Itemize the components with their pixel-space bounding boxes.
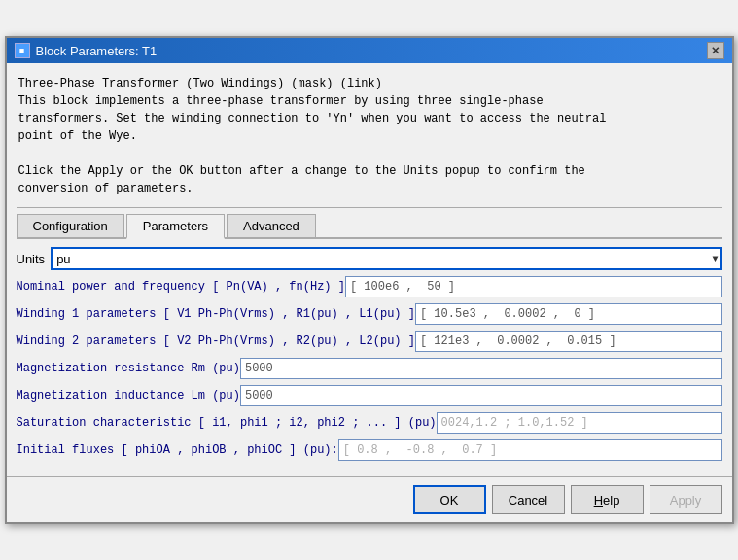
tab-advanced[interactable]: Advanced: [227, 214, 316, 237]
description-line4: point of the Wye.: [18, 127, 720, 145]
description-box: Three-Phase Transformer (Two Windings) (…: [17, 71, 722, 201]
param-label-nominal: Nominal power and frequency [ Pn(VA) , f…: [17, 280, 345, 294]
param-row-sat: Saturation characteristic [ i1, phi1 ; i…: [17, 412, 722, 434]
units-label: Units: [17, 252, 46, 266]
param-input-winding2[interactable]: [415, 331, 722, 352]
cancel-label: Cancel: [509, 493, 547, 508]
description-line7: conversion of parameters.: [18, 180, 720, 197]
param-input-lm[interactable]: [240, 385, 722, 406]
param-input-rm[interactable]: [240, 358, 722, 379]
units-select[interactable]: pu SI: [51, 247, 721, 270]
description-line5: [18, 145, 720, 162]
apply-label: Apply: [670, 493, 702, 508]
param-label-lm: Magnetization inductance Lm (pu): [17, 389, 240, 402]
apply-button[interactable]: Apply: [650, 485, 722, 514]
separator: [17, 207, 722, 208]
param-label-rm: Magnetization resistance Rm (pu): [17, 362, 240, 375]
param-row-lm: Magnetization inductance Lm (pu): [17, 385, 722, 406]
param-row-nominal: Nominal power and frequency [ Pn(VA) , f…: [17, 276, 722, 298]
dialog-window: ■ Block Parameters: T1 ✕ Three-Phase Tra…: [5, 36, 734, 524]
title-bar-left: ■ Block Parameters: T1: [15, 43, 158, 58]
parameters-area: Units pu SI ▼ Nominal power and frequenc…: [17, 245, 722, 469]
param-input-flux[interactable]: [338, 439, 722, 461]
units-row: Units pu SI ▼: [17, 247, 722, 270]
window-title: Block Parameters: T1: [36, 44, 158, 58]
param-label-flux: Initial fluxes [ phiOA , phiOB , phiOC ]…: [17, 443, 338, 457]
param-input-nominal[interactable]: [345, 276, 722, 298]
close-button[interactable]: ✕: [707, 42, 724, 59]
ok-label: OK: [440, 493, 459, 508]
param-input-sat[interactable]: [437, 412, 722, 434]
units-select-wrapper[interactable]: pu SI ▼: [51, 247, 721, 270]
help-label: Help: [594, 493, 620, 508]
help-button[interactable]: Help: [571, 485, 644, 514]
description-line1: Three-Phase Transformer (Two Windings) (…: [18, 75, 720, 92]
cancel-button[interactable]: Cancel: [492, 485, 565, 514]
tab-parameters[interactable]: Parameters: [126, 214, 225, 239]
param-row-rm: Magnetization resistance Rm (pu): [17, 358, 722, 379]
param-row-winding2: Winding 2 parameters [ V2 Ph-Ph(Vrms) , …: [17, 331, 722, 352]
param-input-winding1[interactable]: [415, 303, 722, 325]
title-bar: ■ Block Parameters: T1 ✕: [7, 38, 732, 63]
description-line2: This block implements a three-phase tran…: [18, 92, 720, 110]
window-icon: ■: [15, 43, 30, 58]
dialog-content: Three-Phase Transformer (Two Windings) (…: [7, 63, 732, 472]
param-row-flux: Initial fluxes [ phiOA , phiOB , phiOC ]…: [17, 439, 722, 461]
param-row-winding1: Winding 1 parameters [ V1 Ph-Ph(Vrms) , …: [17, 303, 722, 325]
param-label-winding2: Winding 2 parameters [ V2 Ph-Ph(Vrms) , …: [17, 334, 415, 348]
tab-bar: Configuration Parameters Advanced: [17, 214, 722, 239]
description-line6: Click the Apply or the OK button after a…: [18, 162, 720, 180]
description-line3: transformers. Set the winding connection…: [18, 110, 720, 127]
ok-button[interactable]: OK: [413, 485, 486, 514]
param-label-sat: Saturation characteristic [ i1, phi1 ; i…: [17, 416, 437, 430]
param-label-winding1: Winding 1 parameters [ V1 Ph-Ph(Vrms) , …: [17, 307, 415, 321]
dialog-footer: OK Cancel Help Apply: [7, 476, 732, 522]
tab-configuration[interactable]: Configuration: [17, 214, 124, 237]
